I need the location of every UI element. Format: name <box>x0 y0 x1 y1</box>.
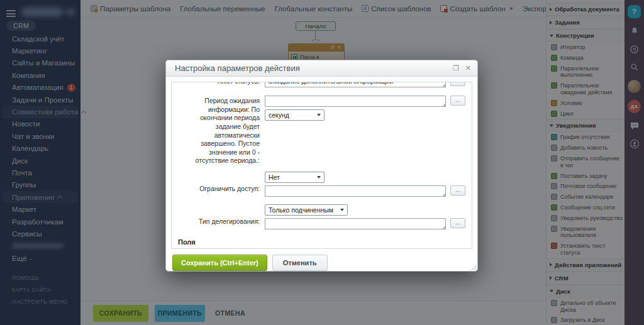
select-arrow-icon <box>317 114 321 116</box>
modal-scroll-panel[interactable]: Текст статуса: Ожидание дополнительной и… <box>171 82 472 249</box>
app-root: CRM Складской учёт Маркетинг Сайты и Маг… <box>0 0 644 325</box>
modal-body: Текст статуса: Ожидание дополнительной и… <box>166 77 477 272</box>
fields-section-title: Поля <box>178 238 465 246</box>
select-arrow-icon <box>317 176 321 179</box>
field-label: Ограничить доступ: <box>178 171 265 197</box>
wait-period-input[interactable]: ◢ <box>265 96 446 107</box>
modal-footer: Сохранить (Ctrl+Enter) Отменить <box>171 249 472 277</box>
modal-header[interactable]: Настройка параметров действия ❐ ✕ <box>166 60 477 77</box>
wait-period-dots-button[interactable]: ... <box>450 96 465 106</box>
resize-grip-icon: ◢ <box>442 192 445 196</box>
status-text-input[interactable]: Ожидание дополнительной информации◢ <box>265 82 446 87</box>
modal-save-button[interactable]: Сохранить (Ctrl+Enter) <box>172 255 267 271</box>
delegation-type-select[interactable]: Только подчиненным <box>265 204 348 216</box>
field-label: Текст статуса: <box>178 82 265 87</box>
modal-maximize-icon[interactable]: ❐ <box>453 65 459 72</box>
resize-grip-icon: ◢ <box>442 83 445 87</box>
resize-grip-icon: ◢ <box>442 225 445 229</box>
action-settings-modal: Настройка параметров действия ❐ ✕ Текст … <box>165 60 478 272</box>
limit-access-input[interactable]: ◢ <box>265 185 446 197</box>
field-delegation-type: Тип делегирования: Только подчиненным ◢ … <box>178 204 465 229</box>
modal-close-icon[interactable]: ✕ <box>465 65 471 72</box>
limit-access-dots-button[interactable]: ... <box>450 185 465 196</box>
modal-title: Настройка параметров действия <box>175 63 447 73</box>
modal-cancel-button[interactable]: Отменить <box>272 255 328 271</box>
field-label: Период ожидания информации: По окончании… <box>178 96 265 165</box>
field-status-text: Текст статуса: Ожидание дополнительной и… <box>178 82 465 87</box>
modal-resize-handle[interactable] <box>470 264 477 270</box>
limit-access-select[interactable]: Нет <box>265 172 325 183</box>
delegation-type-dots-button[interactable]: ... <box>450 218 465 228</box>
wait-period-unit-select[interactable]: секунд <box>265 109 325 121</box>
delegation-type-input[interactable]: ◢ <box>265 218 446 229</box>
field-wait-period: Период ожидания информации: По окончании… <box>178 96 465 165</box>
resize-grip-icon: ◢ <box>442 102 445 106</box>
status-text-dots-button[interactable]: ... <box>450 82 465 86</box>
field-label: Тип делегирования: <box>178 204 265 229</box>
select-arrow-icon <box>340 209 344 211</box>
field-limit-access: Ограничить доступ: Нет ◢ ... <box>178 171 465 197</box>
